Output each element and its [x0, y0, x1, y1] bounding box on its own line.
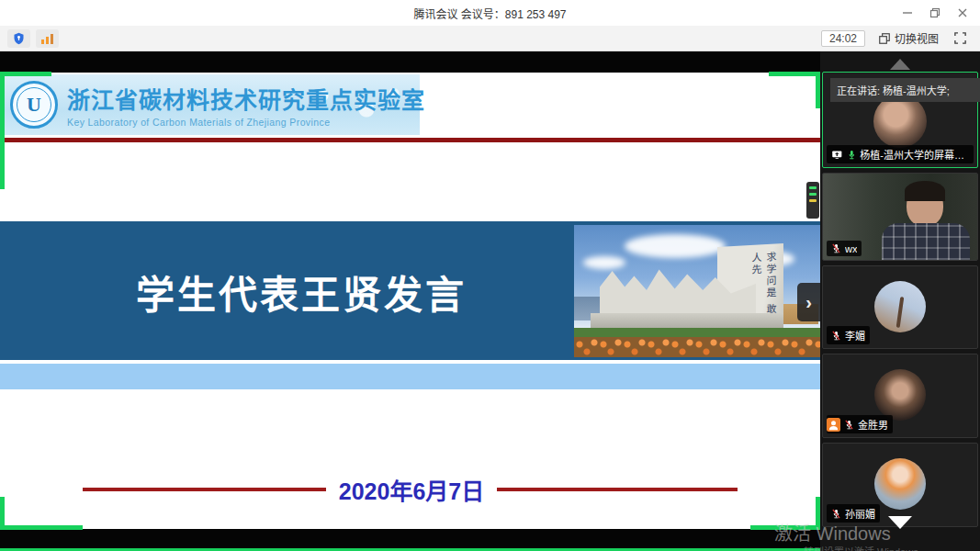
screen-share-icon [831, 150, 843, 160]
participant-label: wx [827, 241, 862, 256]
title-bar: 腾讯会议 会议号：891 253 497 [0, 0, 980, 26]
restore-button[interactable] [921, 0, 949, 26]
speaking-now-tooltip: 正在讲话: 杨植-温州大学; [830, 78, 980, 102]
mic-muted-icon [831, 330, 841, 342]
person-plaid-shirt [882, 223, 970, 260]
flower-bed [574, 337, 820, 357]
slide-date: 2020年6月7日 [339, 473, 484, 506]
share-frame-corner-top-left [0, 72, 51, 189]
close-icon [957, 7, 968, 18]
grass-strip [574, 328, 820, 337]
participant-label: 杨植-温州大学的屏幕共... [827, 145, 974, 163]
participant-tile-sunlimei[interactable]: 孙丽媚 [822, 443, 978, 527]
share-quality-indicator [806, 182, 819, 219]
participant-name: 杨植-温州大学的屏幕共... [860, 147, 969, 162]
participant-label: 孙丽媚 [827, 504, 880, 523]
meeting-timer: 24:02 [821, 30, 865, 47]
avatar [874, 281, 926, 332]
chevron-right-icon: › [805, 292, 812, 313]
mic-muted-icon [831, 242, 841, 254]
shield-icon [12, 31, 26, 46]
meeting-security-button[interactable] [7, 29, 30, 48]
scroll-up-arrow[interactable] [890, 59, 910, 70]
avatar [874, 458, 926, 510]
close-button[interactable] [949, 0, 976, 26]
shared-screen-area[interactable]: 浙江省碳材料技术研究重点实验室 Key Laboratory of Carbon… [0, 51, 820, 551]
mic-on-icon [847, 149, 857, 161]
slide-title: 学生代表王贤发言 [136, 263, 467, 319]
participant-label: 李媚 [827, 326, 870, 344]
light-blue-strip [0, 364, 820, 389]
participant-label: 金胜男 [827, 415, 893, 433]
participant-name: 孙丽媚 [845, 506, 875, 521]
participant-tile-wx[interactable]: wx [822, 173, 978, 261]
mic-muted-icon [831, 508, 841, 520]
minimize-button[interactable] [894, 0, 921, 26]
network-signal-icon [40, 32, 54, 45]
restore-icon [929, 7, 941, 18]
share-frame-corner-bottom-left [0, 497, 83, 530]
switch-view-label: 切换视图 [895, 30, 939, 46]
red-divider-top [0, 138, 820, 142]
share-frame-corner-top-right [769, 72, 820, 108]
switch-view-icon [878, 32, 891, 45]
avatar [874, 369, 926, 421]
indicator-bar [809, 186, 817, 189]
participant-tile-limei[interactable]: 李媚 [822, 265, 978, 349]
campus-monument-photo: 求学问是 敢为人先 [574, 225, 820, 357]
participant-name: 李媚 [845, 328, 865, 343]
slide-date-row: 2020年6月7日 [0, 475, 820, 504]
tencent-meeting-window: 腾讯会议 会议号：891 253 497 24:02 切换视图 [0, 0, 980, 551]
participants-sidebar: 杨植-温州大学的屏幕共... 正在讲话: 杨植-温州大学; wx [820, 51, 980, 551]
indicator-bar [809, 199, 817, 202]
member-badge-icon [827, 418, 840, 432]
minimize-icon [902, 7, 913, 18]
window-controls [894, 0, 976, 26]
lab-title-block: 浙江省碳材料技术研究重点实验室 Key Laboratory of Carbon… [67, 82, 425, 128]
avatar [873, 95, 927, 148]
presentation-slide: 浙江省碳材料技术研究重点实验室 Key Laboratory of Carbon… [0, 73, 820, 529]
switch-view-button[interactable]: 切换视图 [878, 30, 939, 46]
meeting-toolbar: 24:02 切换视图 [0, 26, 980, 51]
expand-panel-button[interactable]: › [797, 283, 820, 321]
window-title: 腾讯会议 会议号：891 253 497 [413, 6, 566, 21]
lab-title-cn: 浙江省碳材料技术研究重点实验室 [67, 82, 425, 115]
slide-header-banner: 浙江省碳材料技术研究重点实验室 Key Laboratory of Carbon… [5, 74, 420, 135]
mic-muted-icon [844, 419, 854, 431]
participant-name: wx [845, 243, 857, 254]
participant-tile-jinshengnan[interactable]: 金胜男 [822, 354, 978, 438]
red-rule-right [497, 488, 738, 491]
main-area: 浙江省碳材料技术研究重点实验室 Key Laboratory of Carbon… [0, 51, 980, 551]
lab-title-en: Key Laboratory of Carbon Materials of Zh… [67, 117, 425, 128]
network-status-button[interactable] [36, 29, 59, 48]
fullscreen-icon [953, 31, 967, 45]
indicator-bar [809, 193, 817, 196]
participant-name: 金胜男 [858, 417, 888, 432]
cloud-shape [625, 234, 726, 258]
person-head [907, 185, 943, 227]
scroll-down-arrow[interactable] [888, 516, 912, 529]
fullscreen-button[interactable] [953, 31, 967, 45]
cloud-shape [583, 256, 625, 269]
share-frame-corner-bottom-right [750, 497, 820, 530]
red-rule-left [83, 488, 326, 491]
